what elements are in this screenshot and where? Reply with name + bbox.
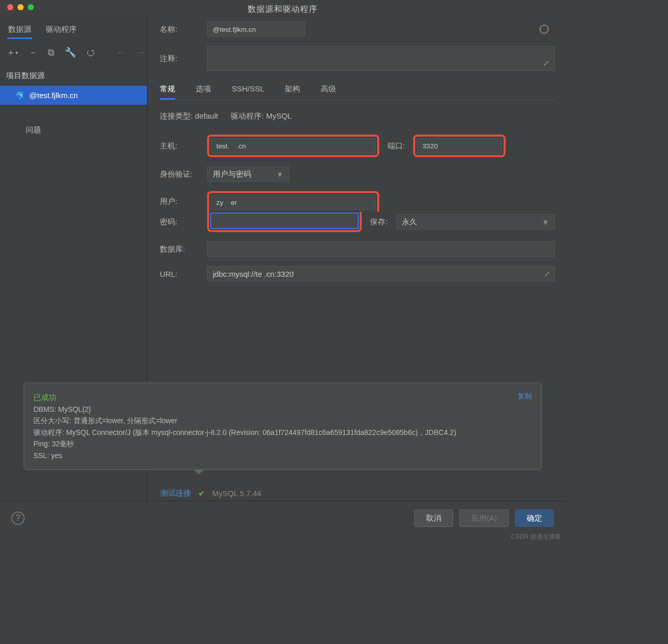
user-label: 用户:: [160, 197, 199, 206]
expand-icon[interactable]: ⤢: [544, 270, 550, 278]
footer: ? 取消 应用(A) 确定: [0, 501, 565, 535]
add-icon[interactable]: ＋▾: [6, 46, 18, 59]
close-window-icon[interactable]: [7, 4, 13, 10]
user-input[interactable]: [211, 195, 376, 210]
tab-advanced[interactable]: 高级: [321, 80, 336, 100]
conn-type-link[interactable]: default: [195, 111, 218, 120]
datasource-item[interactable]: 🐬 @test.fjlkm.cn: [0, 86, 147, 105]
db-version: MySQL 5.7.44: [212, 489, 261, 498]
url-input[interactable]: jdbc:mysql://te .cn:3320 ⤢: [207, 266, 555, 281]
driver-link[interactable]: MySQL: [266, 111, 292, 120]
sidebar-section-header: 项目数据源: [0, 66, 147, 86]
apply-button[interactable]: 应用(A): [459, 509, 509, 527]
reset-icon[interactable]: ⭯: [86, 47, 96, 58]
minimize-window-icon[interactable]: [17, 4, 24, 10]
success-label: 已成功: [33, 391, 532, 404]
ok-button[interactable]: 确定: [515, 509, 554, 527]
auth-label: 身份验证:: [160, 169, 199, 179]
popup-line: DBMS: MySQL{2}: [33, 404, 532, 415]
title-bar: 数据源和驱动程序: [0, 0, 565, 15]
duplicate-icon[interactable]: ⧉: [48, 47, 54, 58]
password-input[interactable]: [211, 213, 358, 229]
tab-drivers[interactable]: 驱动程序: [45, 22, 78, 39]
popup-line: 驱动程序: MySQL Connector/J (版本 mysql-connec…: [33, 427, 532, 438]
cancel-button[interactable]: 取消: [414, 509, 453, 527]
check-icon: ✔: [198, 489, 205, 498]
comment-label: 注释:: [160, 54, 199, 64]
auth-select[interactable]: 用户与密码▼: [207, 166, 289, 182]
url-label: URL:: [160, 270, 199, 278]
traffic-lights: [7, 4, 34, 10]
back-icon: ←: [116, 47, 125, 58]
chevron-down-icon: ▼: [542, 218, 549, 226]
password-label: 密码:: [160, 217, 199, 227]
expand-icon[interactable]: ⤢: [543, 59, 549, 67]
maximize-window-icon[interactable]: [28, 4, 34, 10]
watermark: CSDN @逢生博客: [511, 533, 561, 541]
host-label: 主机:: [160, 141, 199, 151]
database-input[interactable]: [207, 241, 555, 257]
database-label: 数据库:: [160, 244, 199, 254]
color-picker-icon[interactable]: [540, 25, 549, 34]
tab-options[interactable]: 选项: [196, 80, 211, 100]
popup-line: SSL: yes: [33, 450, 532, 461]
config-tabs: 常规 选项 SSH/SSL 架构 高级: [160, 80, 555, 100]
test-result-popup: 复制 已成功 DBMS: MySQL{2} 区分大小写: 普通形式=lower,…: [24, 383, 542, 470]
copy-link[interactable]: 复制: [517, 390, 532, 402]
save-select[interactable]: 永久▼: [396, 214, 555, 230]
popup-line: 区分大小写: 普通形式=lower, 分隔形式=lower: [33, 415, 532, 426]
window-title: 数据源和驱动程序: [0, 1, 565, 15]
tab-schema[interactable]: 架构: [285, 80, 300, 100]
tab-general[interactable]: 常规: [160, 80, 175, 100]
port-input[interactable]: [417, 138, 502, 154]
mysql-icon: 🐬: [15, 91, 24, 100]
datasource-name: @test.fjlkm.cn: [29, 91, 78, 100]
test-connection-link[interactable]: 测试连接: [160, 488, 191, 498]
tab-ssh[interactable]: SSH/SSL: [232, 80, 264, 100]
connection-meta: 连接类型: default 驱动程序: MySQL: [160, 111, 555, 121]
host-input[interactable]: [211, 138, 376, 154]
forward-icon: →: [136, 47, 145, 58]
port-label: 端口:: [387, 141, 405, 151]
save-label: 保存:: [370, 217, 387, 227]
sidebar-item-problems[interactable]: 问题: [0, 120, 147, 140]
name-input[interactable]: [207, 22, 305, 37]
name-label: 名称:: [160, 25, 199, 34]
tab-datasource[interactable]: 数据源: [7, 22, 32, 39]
help-icon[interactable]: ?: [11, 512, 25, 525]
remove-icon[interactable]: －: [28, 46, 38, 59]
wrench-icon[interactable]: 🔧: [65, 47, 76, 58]
sidebar-toolbar: ＋▾ － ⧉ 🔧 ⭯ ← →: [0, 39, 147, 66]
comment-input[interactable]: ⤢: [207, 46, 555, 71]
test-connection-row: 测试连接 ✔ MySQL 5.7.44: [160, 488, 261, 498]
chevron-down-icon: ▼: [276, 170, 284, 179]
popup-line: Ping: 32毫秒: [33, 438, 532, 449]
